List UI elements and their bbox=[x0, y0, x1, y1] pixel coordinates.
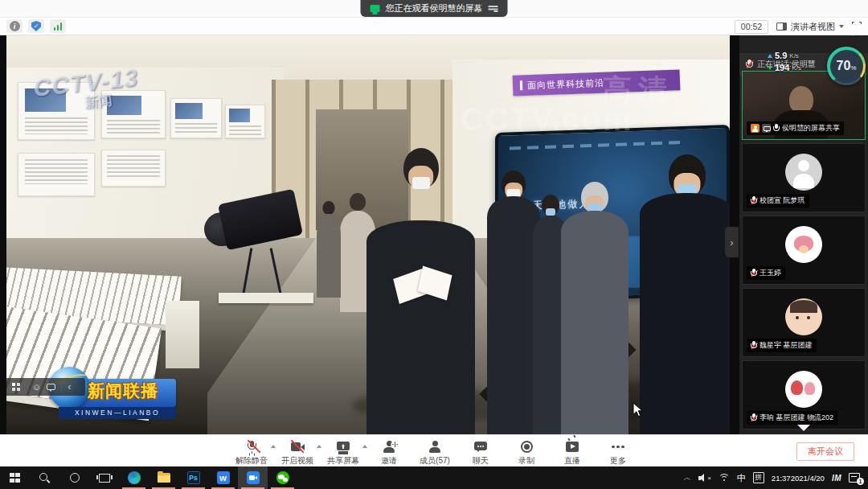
network-chip[interactable] bbox=[50, 19, 66, 33]
taskbar-app-photoshop[interactable]: Ps bbox=[178, 466, 208, 489]
ime-language-indicator[interactable]: 中 bbox=[737, 472, 746, 484]
clock-time: 21:37 bbox=[772, 474, 791, 483]
participant-tile[interactable]: 王玉婷 bbox=[742, 216, 866, 285]
emoji-icon[interactable]: ☺ bbox=[32, 383, 41, 392]
taskbar-app-explorer[interactable] bbox=[149, 466, 178, 489]
invite-button[interactable]: 邀请 bbox=[372, 438, 406, 466]
exhibit-panel bbox=[18, 82, 95, 140]
participant-name-tag: 魏星宇 基层团建 bbox=[747, 339, 817, 352]
task-view-icon bbox=[99, 474, 110, 483]
chat-button[interactable]: 聊天 bbox=[464, 438, 497, 466]
leave-meeting-button[interactable]: 离开会议 bbox=[796, 442, 854, 461]
ime-mode-indicator[interactable]: 拼 bbox=[753, 472, 764, 483]
participant-tile[interactable]: 校团宣 阮梦琪 bbox=[742, 143, 866, 212]
edge-icon bbox=[128, 471, 141, 484]
cpu-usage-gauge: 70 % bbox=[827, 47, 866, 85]
taskbar-search-button[interactable] bbox=[30, 466, 59, 489]
toolbar-divider bbox=[61, 382, 62, 392]
taskbar-clock[interactable]: 21:37 2021/4/20 bbox=[772, 474, 825, 483]
more-button[interactable]: 更多 bbox=[601, 438, 635, 466]
person-background bbox=[317, 201, 341, 298]
unmute-button[interactable]: 解除静音 bbox=[235, 438, 268, 466]
header-right-controls: 00:52 演讲者视图 bbox=[735, 19, 862, 34]
live-stream-button[interactable]: 直播 bbox=[555, 438, 589, 466]
display-pedestal bbox=[166, 301, 199, 368]
cortana-button[interactable] bbox=[59, 466, 89, 489]
system-tray: ︿ × 中 拼 21:37 2021/4/20 IM 1 bbox=[683, 466, 868, 489]
fullscreen-icon[interactable] bbox=[852, 22, 862, 31]
wifi-icon[interactable] bbox=[719, 474, 730, 482]
collapse-left-icon[interactable]: ‹ bbox=[68, 381, 71, 392]
live-icon bbox=[566, 439, 579, 454]
exhibit-panel bbox=[18, 153, 95, 196]
members-button[interactable]: 成员(57) bbox=[418, 438, 452, 466]
participant-tile[interactable]: 魏星宇 基层团建 bbox=[742, 288, 866, 357]
person-foreground-blue-mask bbox=[640, 154, 730, 434]
participant-name-tag: 王玉婷 bbox=[747, 266, 785, 280]
screen-share-monitor-icon bbox=[371, 5, 380, 12]
toolbar-divider bbox=[26, 382, 27, 392]
annotation-toolbar[interactable]: ☺ ‹ bbox=[6, 378, 85, 396]
microphone-icon bbox=[773, 124, 780, 133]
taskbar-app-meeting[interactable] bbox=[238, 466, 268, 489]
annotation-grid-icon[interactable] bbox=[12, 383, 20, 391]
task-view-button[interactable] bbox=[89, 466, 119, 489]
invite-person-icon bbox=[383, 439, 395, 454]
audio-options-caret[interactable] bbox=[271, 445, 276, 448]
microphone-muted-icon bbox=[751, 269, 757, 277]
record-button[interactable]: 录制 bbox=[510, 438, 543, 466]
volume-muted-icon[interactable]: × bbox=[698, 474, 711, 483]
comment-icon[interactable] bbox=[47, 384, 55, 390]
start-button[interactable] bbox=[0, 466, 30, 489]
avatar bbox=[785, 154, 822, 191]
camera-off-icon bbox=[291, 439, 305, 454]
upload-arrow-icon bbox=[768, 54, 772, 58]
security-chip[interactable]: ✓ bbox=[28, 19, 44, 33]
avatar bbox=[785, 298, 822, 335]
screen-share-badge-icon bbox=[762, 124, 771, 133]
share-options-caret[interactable] bbox=[362, 445, 367, 448]
start-video-button[interactable]: 开启视频 bbox=[280, 438, 314, 466]
participant-tile[interactable]: 李响 基层团建 物流202 bbox=[742, 360, 866, 429]
info-icon: i bbox=[10, 21, 20, 31]
share-screen-button[interactable]: 共享屏幕 bbox=[326, 438, 360, 466]
screen-watch-banner[interactable]: 您正在观看侯明慧的屏幕 bbox=[361, 0, 508, 17]
tray-expand-caret[interactable]: ︿ bbox=[683, 472, 691, 483]
meeting-timer: 00:52 bbox=[735, 20, 768, 34]
banner-menu-icon[interactable] bbox=[489, 5, 498, 12]
photoshop-icon: Ps bbox=[187, 471, 200, 484]
cortana-icon bbox=[70, 473, 80, 483]
windows-taskbar: Ps W ︿ × 中 拼 21:37 2021/4/20 IM 1 bbox=[0, 466, 868, 489]
microphone-muted-icon bbox=[751, 341, 757, 350]
view-mode-selector[interactable]: 演讲者视图 bbox=[776, 21, 844, 33]
exhibit-panel bbox=[170, 98, 222, 138]
shared-screen-video[interactable]: 面向世界科技前沿 顶天立地做人 bbox=[6, 35, 730, 434]
taskbar-app-wps[interactable]: W bbox=[208, 466, 238, 489]
participant-name-tag: 侯明慧的屏幕共享 bbox=[747, 121, 844, 135]
chevron-down-icon bbox=[839, 25, 844, 28]
video-options-caret[interactable] bbox=[317, 445, 321, 448]
wps-icon: W bbox=[217, 471, 230, 484]
action-center-button[interactable]: 1 bbox=[849, 473, 860, 483]
tray-app-icon[interactable]: IM bbox=[832, 474, 841, 483]
clock-date: 2021/4/20 bbox=[791, 474, 825, 483]
participants-sidebar: 正在讲话:侯明慧 5.9K/s 194K/s 70 % bbox=[739, 35, 868, 434]
meeting-app-window: 您正在观看侯明慧的屏幕 i ✓ 00:52 演讲者视图 bbox=[0, 0, 868, 489]
participant-name-tag: 李响 基层团建 物流202 bbox=[747, 411, 837, 425]
windows-logo-icon bbox=[10, 473, 19, 483]
sidebar-collapse-handle[interactable]: › bbox=[725, 227, 739, 257]
meeting-header-bar: i ✓ 00:52 演讲者视图 bbox=[0, 18, 868, 35]
signal-bars-icon bbox=[54, 22, 63, 31]
folder-icon bbox=[158, 473, 170, 483]
view-mode-label: 演讲者视图 bbox=[791, 21, 835, 33]
toolbar-buttons: 解除静音 开启视频 共享屏幕 邀请 成员(57) 聊天 bbox=[235, 438, 635, 466]
screen-watch-text: 您正在观看侯明慧的屏幕 bbox=[386, 2, 483, 14]
taskbar-app-wechat[interactable] bbox=[268, 466, 297, 489]
microphone-muted-icon bbox=[248, 439, 256, 454]
taskbar-app-edge[interactable] bbox=[119, 466, 149, 489]
scroll-down-arrow[interactable] bbox=[797, 425, 810, 431]
share-screen-icon bbox=[337, 439, 350, 454]
avatar bbox=[785, 371, 822, 408]
meeting-info-chip[interactable]: i bbox=[6, 19, 23, 33]
meeting-stage: 面向世界科技前沿 顶天立地做人 bbox=[0, 35, 868, 434]
